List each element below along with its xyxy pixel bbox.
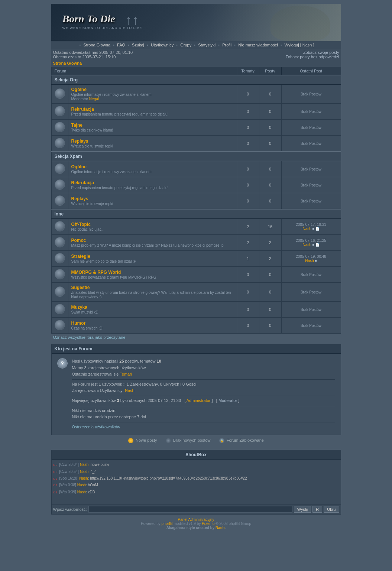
forum-status-icon bbox=[55, 195, 65, 206]
message-icons[interactable]: x e bbox=[53, 470, 58, 474]
forum-title-link[interactable]: MMORPG & RPG World bbox=[71, 270, 121, 275]
forum-last-post: Brak Postów bbox=[281, 283, 341, 302]
banner-arrows-icon: ↑↑ bbox=[126, 11, 139, 28]
shoutbox-ukru-button[interactable]: Ukru bbox=[324, 506, 339, 513]
last-post-user-link[interactable]: Nash bbox=[305, 259, 314, 263]
nav-users[interactable]: Użytkownicy bbox=[151, 43, 174, 47]
forum-title-link[interactable]: Replays bbox=[71, 196, 88, 201]
nav-home[interactable]: Strona Główna bbox=[83, 43, 110, 47]
wio-online-users: Na Forum jest 1 użytkownik :: 1 Zarejest… bbox=[72, 381, 335, 394]
shoutbox-text-input[interactable] bbox=[88, 506, 292, 513]
table-row: Replays Wrzucajcie tu swoje repki 0 0 Br… bbox=[51, 193, 341, 210]
forum-title-link[interactable]: Ogólne bbox=[71, 164, 87, 169]
forum-tematy: 0 bbox=[237, 177, 259, 193]
moderator-link[interactable]: Negal bbox=[89, 97, 99, 101]
forum-description: Wszystko powiazane z grami typu MMORPG i… bbox=[71, 275, 156, 279]
forum-info-cell: Muzyka Swiat muzyki xD bbox=[68, 302, 237, 318]
table-row: Off-Topic Nic dodac nic ujac... 2 16 200… bbox=[51, 219, 341, 235]
col-forum: Forum bbox=[51, 67, 237, 75]
mark-all-read-link[interactable]: Oznacz wszystkie fora jako przeczytane bbox=[53, 335, 126, 340]
forum-status-icon bbox=[55, 88, 65, 99]
nav-stats[interactable]: Statystyki bbox=[198, 43, 216, 47]
forum-tematy: 0 bbox=[237, 193, 259, 210]
forum-title-link[interactable]: Replays bbox=[71, 139, 88, 144]
shoutbox-header: ShoutBox bbox=[52, 450, 341, 460]
forum-title-link[interactable]: Ogólne bbox=[71, 87, 87, 92]
shoutbox-messages-area[interactable]: x e [Czw 20:04] Nash: nowe buzki x e [Cz… bbox=[52, 460, 341, 504]
forum-title-link[interactable]: Pomoc bbox=[71, 238, 86, 243]
message-time: [Czw 20:54] bbox=[59, 470, 79, 474]
nav-faq[interactable]: FAQ bbox=[117, 43, 125, 47]
breadcrumb-home[interactable]: Strona Główna bbox=[53, 61, 82, 65]
online-user-link[interactable]: Nash bbox=[125, 388, 135, 393]
forum-title-link[interactable]: Strategie bbox=[71, 254, 90, 259]
forum-title-link[interactable]: Rekrutacja bbox=[71, 180, 94, 185]
forum-icon-cell bbox=[51, 136, 68, 152]
help-icon: ? bbox=[57, 358, 68, 369]
style-credit: Akagahara style created by Nash. bbox=[166, 526, 226, 530]
forum-status-icon bbox=[55, 269, 65, 279]
view-unanswered-link[interactable]: Zobacz posty bez odpowiedzi bbox=[285, 55, 339, 59]
forum-title-link[interactable]: Tajne bbox=[71, 123, 82, 128]
forum-status-icon bbox=[55, 221, 65, 231]
nav-search[interactable]: Szukaj bbox=[132, 43, 144, 47]
new-posts-icon bbox=[128, 438, 133, 443]
panel-admin-link[interactable]: Panel Administracyjny bbox=[178, 518, 214, 522]
forum-status-icon bbox=[55, 320, 65, 330]
forum-title-link[interactable]: Rekrutacja bbox=[71, 107, 94, 112]
table-row: Pomoc Masz problemy z W3? A moze komp ci… bbox=[51, 235, 341, 251]
message-icons[interactable]: x e bbox=[53, 490, 58, 494]
shoutbox-r-button[interactable]: R bbox=[312, 506, 322, 513]
wio-header: Kto jest na Forum bbox=[52, 344, 341, 354]
table-row: Strategie Sam nie wiem po co to daje ten… bbox=[51, 251, 341, 267]
view-posts-link[interactable]: Zobacz swoje posty bbox=[303, 50, 339, 55]
message-text: nowe buzki bbox=[91, 463, 109, 467]
forum-icon-cell bbox=[51, 85, 68, 104]
forum-posty: 0 bbox=[259, 161, 281, 177]
forum-last-post: 2005-07-16, 21:25 Nash ■ 📄 bbox=[281, 235, 341, 251]
phpbb-link[interactable]: phpBB bbox=[162, 522, 173, 526]
przemo-link[interactable]: Przemo bbox=[202, 522, 214, 526]
footer: Panel Administracyjny Powered by phpBB m… bbox=[51, 515, 341, 533]
forum-last-post: Brak Postów bbox=[281, 177, 341, 193]
nav-no-messages[interactable]: Nie masz wiadomości bbox=[238, 43, 278, 47]
last-post-user-link[interactable]: Nash bbox=[302, 227, 311, 231]
nav-logout[interactable]: Wyloguj bbox=[285, 43, 299, 47]
forum-icon-cell bbox=[51, 120, 68, 136]
table-row: Muzyka Swiat muzyki xD 0 0 Brak Postów bbox=[51, 302, 341, 318]
forum-title-link[interactable]: Humor bbox=[71, 321, 86, 326]
nav-profile[interactable]: Profil bbox=[222, 43, 231, 47]
message-link[interactable]: http://192.168.1.10/~nash/viewtopic.php?… bbox=[90, 476, 247, 480]
forum-last-post: 2005-07-19, 00:48 Nash ■ bbox=[281, 251, 341, 267]
forum-posty: 0 bbox=[259, 267, 281, 283]
mod-link[interactable]: Moderator bbox=[218, 398, 237, 403]
message-icons[interactable]: x e bbox=[53, 483, 58, 487]
nav-username[interactable]: Nash bbox=[302, 43, 312, 47]
forum-table: Forum Tematy Posty Ostatni Post Sekcja O… bbox=[51, 67, 341, 334]
shoutbox-send-button[interactable]: Wyślij bbox=[294, 506, 311, 513]
admin-link[interactable]: Administrator bbox=[187, 398, 211, 403]
message-user: Nash bbox=[80, 470, 88, 474]
nav-groups[interactable]: Grupy bbox=[180, 43, 191, 47]
forum-title-link[interactable]: Muzyka bbox=[71, 305, 87, 310]
message-time: [Wto 0:38] bbox=[59, 483, 76, 487]
last-reg-user-link[interactable]: Temari bbox=[120, 372, 132, 376]
forum-title-link[interactable]: Sugestie bbox=[71, 285, 90, 290]
wio-max-users: Najwięcej użytkowników 3 było obecnych 2… bbox=[72, 398, 335, 404]
wio-warnings: Ostrzeżenia użytkowników bbox=[72, 424, 335, 431]
forum-title-link[interactable]: Off-Topic bbox=[71, 222, 91, 227]
forum-info-cell: Pomoc Masz problemy z W3? A moze komp ci… bbox=[68, 235, 237, 251]
message-icons[interactable]: x e bbox=[53, 477, 58, 480]
forum-description: Znalazles blad w stylu forum badz na str… bbox=[71, 291, 231, 299]
message-user: Nash bbox=[77, 490, 86, 494]
section-inne: Inne bbox=[51, 209, 341, 219]
legend-no-new-posts: Brak nowych postów bbox=[166, 438, 211, 443]
table-row: Rekrutacja Przed napisaniem tematu przec… bbox=[51, 104, 341, 120]
forum-description: Sam nie wiem po co to daje ten dzial :P bbox=[71, 259, 136, 263]
warnings-link[interactable]: Ostrzeżenia użytkowników bbox=[72, 425, 120, 429]
forum-last-post: Brak Postów bbox=[281, 267, 341, 283]
style-author-link[interactable]: Nash bbox=[216, 526, 224, 530]
last-post-user-link[interactable]: Nash bbox=[302, 243, 311, 247]
shoutbox-message: x e [Czw 20:54] Nash: ^_^ bbox=[53, 468, 339, 475]
message-icons[interactable]: x e bbox=[53, 463, 58, 467]
